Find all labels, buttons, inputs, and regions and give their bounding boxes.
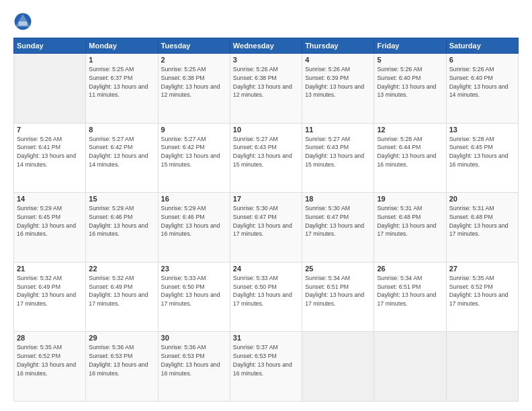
- day-info: Sunrise: 5:26 AMSunset: 6:40 PMDaylight:…: [377, 65, 443, 99]
- day-number: 11: [305, 126, 371, 134]
- calendar-cell: 27Sunrise: 5:35 AMSunset: 6:52 PMDayligh…: [446, 262, 518, 332]
- day-number: 26: [377, 265, 443, 273]
- calendar-cell: 10Sunrise: 5:27 AMSunset: 6:43 PMDayligh…: [230, 123, 302, 193]
- calendar-cell: 18Sunrise: 5:30 AMSunset: 6:47 PMDayligh…: [302, 193, 374, 263]
- col-header-sunday: Sunday: [14, 38, 86, 54]
- calendar-cell: 22Sunrise: 5:32 AMSunset: 6:49 PMDayligh…: [86, 262, 158, 332]
- logo-icon: [13, 12, 32, 31]
- calendar-cell: 7Sunrise: 5:26 AMSunset: 6:41 PMDaylight…: [14, 123, 86, 193]
- day-number: 4: [305, 56, 371, 64]
- day-number: 22: [89, 265, 154, 273]
- day-info: Sunrise: 5:27 AMSunset: 6:42 PMDaylight:…: [161, 135, 227, 169]
- day-number: 17: [233, 195, 299, 203]
- day-info: Sunrise: 5:29 AMSunset: 6:46 PMDaylight:…: [161, 204, 227, 238]
- col-header-thursday: Thursday: [302, 38, 374, 54]
- day-info: Sunrise: 5:25 AMSunset: 6:38 PMDaylight:…: [161, 65, 227, 99]
- calendar-cell: 16Sunrise: 5:29 AMSunset: 6:46 PMDayligh…: [158, 193, 230, 263]
- day-number: 3: [233, 56, 299, 64]
- calendar-week-4: 21Sunrise: 5:32 AMSunset: 6:49 PMDayligh…: [14, 262, 519, 332]
- day-number: 13: [449, 126, 515, 134]
- calendar-cell: 29Sunrise: 5:36 AMSunset: 6:53 PMDayligh…: [86, 332, 158, 402]
- day-number: 5: [377, 56, 443, 64]
- calendar-cell: 6Sunrise: 5:26 AMSunset: 6:40 PMDaylight…: [446, 54, 518, 124]
- logo: [13, 12, 35, 31]
- calendar-cell: 30Sunrise: 5:36 AMSunset: 6:53 PMDayligh…: [158, 332, 230, 402]
- col-header-wednesday: Wednesday: [230, 38, 302, 54]
- day-number: 1: [89, 56, 154, 64]
- col-header-monday: Monday: [86, 38, 158, 54]
- day-info: Sunrise: 5:36 AMSunset: 6:53 PMDaylight:…: [89, 343, 154, 377]
- day-number: 15: [89, 195, 154, 203]
- day-number: 27: [449, 265, 515, 273]
- day-info: Sunrise: 5:26 AMSunset: 6:39 PMDaylight:…: [305, 65, 371, 99]
- col-header-saturday: Saturday: [446, 38, 518, 54]
- calendar-cell: [446, 332, 518, 402]
- calendar-cell: 19Sunrise: 5:31 AMSunset: 6:48 PMDayligh…: [374, 193, 446, 263]
- calendar-cell: 28Sunrise: 5:35 AMSunset: 6:52 PMDayligh…: [14, 332, 86, 402]
- calendar-cell: 31Sunrise: 5:37 AMSunset: 6:53 PMDayligh…: [230, 332, 302, 402]
- day-info: Sunrise: 5:31 AMSunset: 6:48 PMDaylight:…: [449, 204, 515, 238]
- calendar-table: SundayMondayTuesdayWednesdayThursdayFrid…: [13, 38, 519, 402]
- calendar-cell: 26Sunrise: 5:34 AMSunset: 6:51 PMDayligh…: [374, 262, 446, 332]
- day-number: 12: [377, 126, 443, 134]
- calendar-cell: 23Sunrise: 5:33 AMSunset: 6:50 PMDayligh…: [158, 262, 230, 332]
- calendar-cell: 12Sunrise: 5:28 AMSunset: 6:44 PMDayligh…: [374, 123, 446, 193]
- calendar-cell: 15Sunrise: 5:29 AMSunset: 6:46 PMDayligh…: [86, 193, 158, 263]
- calendar-week-5: 28Sunrise: 5:35 AMSunset: 6:52 PMDayligh…: [14, 332, 519, 402]
- day-info: Sunrise: 5:26 AMSunset: 6:40 PMDaylight:…: [449, 65, 515, 99]
- day-info: Sunrise: 5:31 AMSunset: 6:48 PMDaylight:…: [377, 204, 443, 238]
- day-number: 14: [17, 195, 83, 203]
- day-number: 2: [161, 56, 227, 64]
- day-number: 7: [17, 126, 83, 134]
- day-info: Sunrise: 5:29 AMSunset: 6:45 PMDaylight:…: [17, 204, 83, 238]
- calendar-week-2: 7Sunrise: 5:26 AMSunset: 6:41 PMDaylight…: [14, 123, 519, 193]
- calendar-cell: 20Sunrise: 5:31 AMSunset: 6:48 PMDayligh…: [446, 193, 518, 263]
- calendar-cell: 1Sunrise: 5:25 AMSunset: 6:37 PMDaylight…: [86, 54, 158, 124]
- day-info: Sunrise: 5:26 AMSunset: 6:41 PMDaylight:…: [17, 135, 83, 169]
- day-info: Sunrise: 5:34 AMSunset: 6:51 PMDaylight:…: [305, 274, 371, 308]
- header: [13, 12, 519, 31]
- day-number: 28: [17, 334, 83, 342]
- day-info: Sunrise: 5:27 AMSunset: 6:43 PMDaylight:…: [305, 135, 371, 169]
- day-info: Sunrise: 5:30 AMSunset: 6:47 PMDaylight:…: [305, 204, 371, 238]
- day-number: 18: [305, 195, 371, 203]
- calendar-cell: [14, 54, 86, 124]
- calendar-week-1: 1Sunrise: 5:25 AMSunset: 6:37 PMDaylight…: [14, 54, 519, 124]
- day-info: Sunrise: 5:32 AMSunset: 6:49 PMDaylight:…: [17, 274, 83, 308]
- day-info: Sunrise: 5:37 AMSunset: 6:53 PMDaylight:…: [233, 343, 299, 377]
- day-info: Sunrise: 5:28 AMSunset: 6:44 PMDaylight:…: [377, 135, 443, 169]
- day-number: 9: [161, 126, 227, 134]
- day-number: 30: [161, 334, 227, 342]
- calendar-cell: 11Sunrise: 5:27 AMSunset: 6:43 PMDayligh…: [302, 123, 374, 193]
- calendar-cell: 9Sunrise: 5:27 AMSunset: 6:42 PMDaylight…: [158, 123, 230, 193]
- col-header-friday: Friday: [374, 38, 446, 54]
- calendar-cell: 8Sunrise: 5:27 AMSunset: 6:42 PMDaylight…: [86, 123, 158, 193]
- calendar-cell: 13Sunrise: 5:28 AMSunset: 6:45 PMDayligh…: [446, 123, 518, 193]
- day-info: Sunrise: 5:36 AMSunset: 6:53 PMDaylight:…: [161, 343, 227, 377]
- calendar-cell: 4Sunrise: 5:26 AMSunset: 6:39 PMDaylight…: [302, 54, 374, 124]
- calendar-cell: 5Sunrise: 5:26 AMSunset: 6:40 PMDaylight…: [374, 54, 446, 124]
- calendar-cell: 24Sunrise: 5:33 AMSunset: 6:50 PMDayligh…: [230, 262, 302, 332]
- day-number: 8: [89, 126, 154, 134]
- day-number: 16: [161, 195, 227, 203]
- calendar-cell: 25Sunrise: 5:34 AMSunset: 6:51 PMDayligh…: [302, 262, 374, 332]
- day-number: 25: [305, 265, 371, 273]
- day-info: Sunrise: 5:33 AMSunset: 6:50 PMDaylight:…: [161, 274, 227, 308]
- calendar-cell: [302, 332, 374, 402]
- day-info: Sunrise: 5:34 AMSunset: 6:51 PMDaylight:…: [377, 274, 443, 308]
- day-number: 6: [449, 56, 515, 64]
- svg-rect-2: [19, 21, 27, 26]
- day-number: 20: [449, 195, 515, 203]
- day-number: 19: [377, 195, 443, 203]
- day-info: Sunrise: 5:33 AMSunset: 6:50 PMDaylight:…: [233, 274, 299, 308]
- col-header-tuesday: Tuesday: [158, 38, 230, 54]
- day-number: 24: [233, 265, 299, 273]
- calendar-week-3: 14Sunrise: 5:29 AMSunset: 6:45 PMDayligh…: [14, 193, 519, 263]
- calendar-cell: [374, 332, 446, 402]
- day-number: 31: [233, 334, 299, 342]
- day-info: Sunrise: 5:32 AMSunset: 6:49 PMDaylight:…: [89, 274, 154, 308]
- calendar-cell: 21Sunrise: 5:32 AMSunset: 6:49 PMDayligh…: [14, 262, 86, 332]
- day-info: Sunrise: 5:30 AMSunset: 6:47 PMDaylight:…: [233, 204, 299, 238]
- calendar-cell: 3Sunrise: 5:26 AMSunset: 6:38 PMDaylight…: [230, 54, 302, 124]
- calendar-page: SundayMondayTuesdayWednesdayThursdayFrid…: [0, 0, 532, 411]
